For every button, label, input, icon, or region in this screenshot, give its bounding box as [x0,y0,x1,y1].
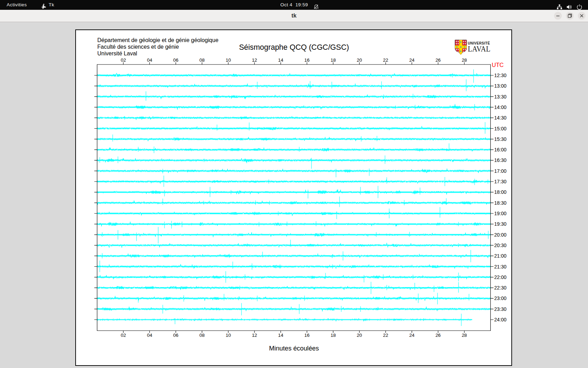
svg-text:22:30: 22:30 [494,285,506,291]
svg-text:13:30: 13:30 [494,94,506,100]
svg-text:24: 24 [409,57,414,63]
svg-text:08: 08 [200,333,205,338]
svg-text:20:30: 20:30 [494,243,506,248]
svg-text:18:30: 18:30 [494,200,506,206]
svg-text:02: 02 [121,333,126,338]
svg-text:18:00: 18:00 [494,189,506,195]
svg-text:21:00: 21:00 [494,253,506,259]
svg-text:16: 16 [304,57,310,63]
svg-text:04: 04 [147,57,152,63]
svg-text:12: 12 [252,333,257,338]
svg-text:19:30: 19:30 [494,221,506,227]
svg-text:22: 22 [383,333,388,338]
svg-text:Département de géologie et de: Département de géologie et de génie géol… [97,37,218,43]
svg-text:02: 02 [121,57,126,63]
svg-text:06: 06 [173,333,178,338]
svg-text:14: 14 [278,57,284,63]
svg-text:16:30: 16:30 [494,157,506,163]
svg-text:22: 22 [383,57,388,63]
svg-text:15:00: 15:00 [494,126,506,131]
svg-text:Faculté des sciences et de gén: Faculté des sciences et de génie [97,44,179,50]
svg-text:16:00: 16:00 [494,147,506,152]
svg-text:Université Laval: Université Laval [97,50,137,56]
svg-text:28: 28 [462,57,467,63]
svg-text:24:00: 24:00 [494,317,506,322]
svg-text:12:30: 12:30 [494,73,506,78]
svg-text:13:00: 13:00 [494,83,506,89]
svg-text:20: 20 [357,57,362,63]
svg-text:24: 24 [409,333,414,338]
svg-text:06: 06 [173,57,178,63]
svg-text:28: 28 [462,333,467,338]
svg-text:17:00: 17:00 [494,168,506,174]
svg-text:26: 26 [435,57,441,63]
svg-text:18: 18 [330,333,336,338]
svg-text:20: 20 [357,333,362,338]
svg-text:Séismographe QCQ (CGC/GSC): Séismographe QCQ (CGC/GSC) [239,43,349,52]
svg-text:18: 18 [330,57,336,63]
svg-text:LAVAL: LAVAL [468,44,490,53]
svg-text:20:00: 20:00 [494,232,506,238]
svg-text:19:00: 19:00 [494,211,506,216]
svg-text:23:30: 23:30 [494,306,506,312]
svg-text:04: 04 [147,333,152,338]
svg-text:22:00: 22:00 [494,274,506,280]
svg-text:14:30: 14:30 [494,115,506,121]
svg-text:Minutes écoulées: Minutes écoulées [269,345,319,352]
svg-text:21:30: 21:30 [494,264,506,270]
svg-text:14: 14 [278,333,284,338]
svg-text:23:00: 23:00 [494,295,506,301]
svg-text:14:00: 14:00 [494,104,506,110]
svg-text:10: 10 [226,57,231,63]
svg-text:26: 26 [435,333,441,338]
svg-text:UTC: UTC [492,62,504,68]
svg-text:16: 16 [304,333,310,338]
svg-text:17:30: 17:30 [494,179,506,184]
svg-text:10: 10 [226,333,231,338]
svg-text:15:30: 15:30 [494,136,506,142]
svg-text:08: 08 [200,57,205,63]
svg-text:12: 12 [252,57,257,63]
